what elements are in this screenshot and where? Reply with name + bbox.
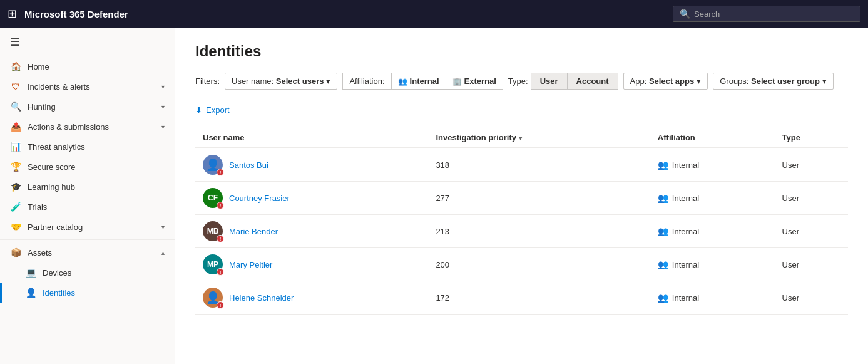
affiliation-internal-button[interactable]: 👥 Internal xyxy=(391,73,446,90)
affiliation-icon: 👥 xyxy=(658,259,668,269)
affiliation-label: Affiliation: xyxy=(342,73,391,90)
filters-label: Filters: xyxy=(195,76,220,86)
avatar-container: MB ! xyxy=(203,221,223,241)
alert-badge: ! xyxy=(217,235,224,242)
table-row: MB ! Marie Bender 213 👥 Internal User xyxy=(195,215,848,248)
secure-score-icon: 🏆 xyxy=(10,162,21,172)
priority-cell: 277 xyxy=(428,182,650,215)
partner-catalog-icon: 🤝 xyxy=(10,222,21,232)
user-name-cell: MB ! Marie Bender xyxy=(195,215,428,248)
chevron-up-icon: ▴ xyxy=(161,249,165,256)
sidebar-item-secure-score[interactable]: 🏆 Secure score xyxy=(0,157,175,177)
affiliation-cell: 👥 Internal xyxy=(650,248,775,281)
affiliation-external-button[interactable]: 🏢 External xyxy=(446,73,503,90)
user-name-link[interactable]: Mary Peltier xyxy=(229,260,272,269)
sidebar-item-threat-analytics[interactable]: 📊 Threat analytics xyxy=(0,137,175,157)
identities-table: User name Investigation priority ▾ Affil… xyxy=(195,128,848,315)
priority-cell: 200 xyxy=(428,248,650,281)
alert-badge: ! xyxy=(217,301,224,309)
chevron-down-icon: ▾ xyxy=(161,103,165,110)
home-icon: 🏠 xyxy=(10,61,21,71)
col-header-priority[interactable]: Investigation priority ▾ xyxy=(428,128,650,148)
col-header-username: User name xyxy=(195,128,428,148)
user-name-cell: 👤 ! Santos Bui xyxy=(195,148,428,182)
affiliation-cell: 👥 Internal xyxy=(650,182,775,215)
username-filter-button[interactable]: User name: Select users ▾ xyxy=(225,73,337,90)
actions-icon: 📤 xyxy=(10,122,21,132)
avatar-container: 👤 ! xyxy=(203,288,223,308)
affiliation-icon: 👥 xyxy=(658,160,668,170)
groups-filter-label: Groups: Select user group xyxy=(720,76,820,86)
topbar: ⊞ Microsoft 365 Defender 🔍 xyxy=(0,0,868,28)
learning-hub-icon: 🎓 xyxy=(10,182,21,192)
affiliation-cell: 👥 Internal xyxy=(650,281,775,315)
col-header-type: Type xyxy=(775,128,848,148)
affiliation-cell: 👥 Internal xyxy=(650,148,775,182)
apps-icon[interactable]: ⊞ xyxy=(8,7,17,21)
sidebar-item-assets[interactable]: 📦 Assets ▴ xyxy=(0,242,175,263)
sidebar-item-identities[interactable]: 👤 Identities xyxy=(0,283,175,303)
sidebar-toggle[interactable]: ☰ xyxy=(0,28,175,56)
affiliation-cell: 👥 Internal xyxy=(650,215,775,248)
sidebar-item-actions[interactable]: 📤 Actions & submissions ▾ xyxy=(0,117,175,137)
user-name-link[interactable]: Courtney Frasier xyxy=(229,194,290,203)
table-row: CF ! Courtney Frasier 277 👥 Internal Use… xyxy=(195,182,848,215)
type-cell: User xyxy=(775,148,848,182)
affiliation-filter: Affiliation: 👥 Internal 🏢 External xyxy=(342,73,503,90)
internal-affiliation-icon: 👥 xyxy=(398,77,407,86)
type-cell: User xyxy=(775,215,848,248)
sidebar-item-trials[interactable]: 🧪 Trials xyxy=(0,197,175,217)
type-filter-section: Type: User Account xyxy=(508,73,618,90)
sidebar-item-incidents[interactable]: 🛡 Incidents & alerts ▾ xyxy=(0,76,175,96)
external-affiliation-icon: 🏢 xyxy=(452,77,462,86)
affiliation-value: Internal xyxy=(672,293,699,303)
type-account-button[interactable]: Account xyxy=(568,73,618,90)
type-cell: User xyxy=(775,281,848,315)
chevron-down-icon: ▾ xyxy=(161,123,165,130)
page-title: Identities xyxy=(195,43,848,60)
user-name-cell: 👤 ! Helene Schneider xyxy=(195,281,428,315)
assets-icon: 📦 xyxy=(10,247,21,257)
sidebar-item-partner-catalog[interactable]: 🤝 Partner catalog ▾ xyxy=(0,217,175,237)
affiliation-icon: 👥 xyxy=(658,193,668,203)
search-box[interactable]: 🔍 xyxy=(673,6,860,22)
chevron-down-icon: ▾ xyxy=(161,224,165,231)
user-name-link[interactable]: Santos Bui xyxy=(229,160,268,170)
chevron-down-icon: ▾ xyxy=(161,83,165,90)
sidebar-item-hunting[interactable]: 🔍 Hunting ▾ xyxy=(0,96,175,117)
table-row: 👤 ! Santos Bui 318 👥 Internal User xyxy=(195,148,848,182)
avatar-container: MP ! xyxy=(203,254,223,274)
search-icon: 🔍 xyxy=(680,9,690,19)
groups-filter-button[interactable]: Groups: Select user group ▾ xyxy=(713,73,834,90)
priority-cell: 213 xyxy=(428,215,650,248)
export-row: ⬇ Export xyxy=(195,100,848,120)
user-name-link[interactable]: Helene Schneider xyxy=(229,293,294,303)
table-row: MP ! Mary Peltier 200 👥 Internal User xyxy=(195,248,848,281)
affiliation-icon: 👥 xyxy=(658,226,668,236)
sidebar-item-home[interactable]: 🏠 Home xyxy=(0,56,175,76)
avatar-container: CF ! xyxy=(203,188,223,208)
affiliation-value: Internal xyxy=(672,160,699,170)
priority-cell: 172 xyxy=(428,281,650,315)
type-user-button[interactable]: User xyxy=(531,73,568,90)
affiliation-value: Internal xyxy=(672,194,699,203)
username-filter-label: User name: Select users xyxy=(232,76,324,86)
sidebar-item-learning-hub[interactable]: 🎓 Learning hub xyxy=(0,177,175,197)
user-name-cell: CF ! Courtney Frasier xyxy=(195,182,428,215)
sidebar-item-devices[interactable]: 💻 Devices xyxy=(0,263,175,283)
main-layout: ☰ 🏠 Home 🛡 Incidents & alerts ▾ 🔍 Huntin… xyxy=(0,28,868,364)
shield-icon: 🛡 xyxy=(10,81,21,91)
export-button[interactable]: ⬇ Export xyxy=(195,105,230,115)
affiliation-value: Internal xyxy=(672,260,699,269)
affiliation-icon: 👥 xyxy=(658,293,668,303)
type-label: Type: xyxy=(508,76,528,86)
app-filter-button[interactable]: App: Select apps ▾ xyxy=(623,73,708,90)
avatar-container: 👤 ! xyxy=(203,155,223,175)
identities-icon: 👤 xyxy=(25,288,36,298)
alert-badge: ! xyxy=(217,202,224,209)
user-name-link[interactable]: Marie Bender xyxy=(229,227,278,236)
search-input[interactable] xyxy=(694,9,854,19)
type-cell: User xyxy=(775,248,848,281)
devices-icon: 💻 xyxy=(25,268,36,278)
filters-section: Filters: User name: Select users ▾ Affil… xyxy=(195,73,848,90)
